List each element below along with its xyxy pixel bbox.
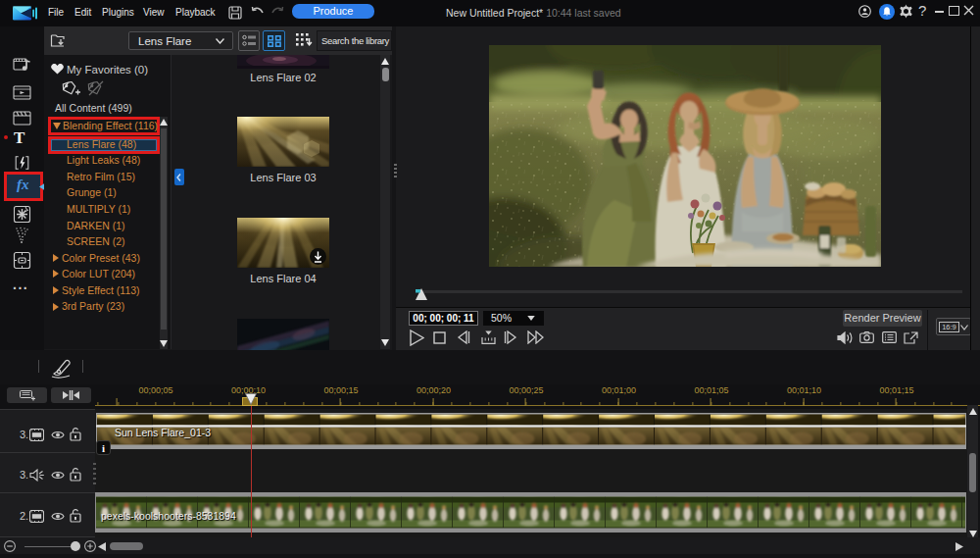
svg-text:00;00;05: 00;00;05 <box>138 385 172 395</box>
svg-text:00;00;20: 00;00;20 <box>416 385 451 395</box>
svg-text:00;01;05: 00;01;05 <box>694 385 728 395</box>
svg-text:00;00;25: 00;00;25 <box>509 385 543 395</box>
svg-text:00;01;10: 00;01;10 <box>787 385 821 395</box>
svg-text:00;01;15: 00;01;15 <box>879 385 913 395</box>
svg-text:00;00;15: 00;00;15 <box>323 385 358 395</box>
svg-text:00;01;00: 00;01;00 <box>602 385 636 395</box>
